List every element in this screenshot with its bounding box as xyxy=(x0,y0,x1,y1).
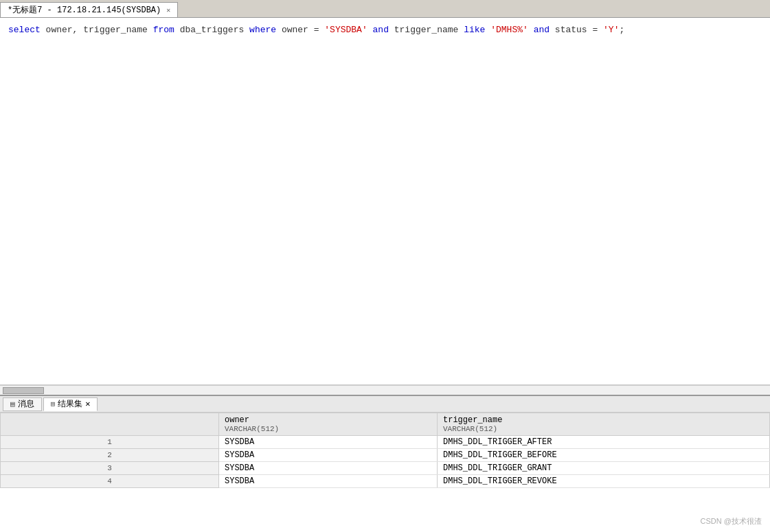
tab-resultset[interactable]: ⊞ 结果集 ✕ xyxy=(43,397,98,411)
table-row: 4SYSDBADMHS_DDL_TRIGGER_REVOKE xyxy=(1,475,770,488)
row-number: 2 xyxy=(1,449,219,462)
table-row: 1SYSDBADMHS_DDL_TRIGGER_AFTER xyxy=(1,436,770,449)
row-number: 4 xyxy=(1,475,219,488)
cell-owner: SYSDBA xyxy=(219,436,438,449)
resultset-close-icon[interactable]: ✕ xyxy=(85,399,90,409)
scrollbar-thumb[interactable] xyxy=(3,387,44,394)
cell-owner: SYSDBA xyxy=(219,449,438,462)
editor-tab-label: *无标题7 - 172.18.21.145(SYSDBA) xyxy=(8,4,161,16)
bottom-tab-bar: ▤ 消息 ⊞ 结果集 ✕ xyxy=(0,396,770,413)
tab-message-label: 消息 xyxy=(18,398,34,410)
cell-owner: SYSDBA xyxy=(219,462,438,475)
sql-editor[interactable]: select owner, trigger_name from dba_trig… xyxy=(0,18,770,385)
table-row: 3SYSDBADMHS_DDL_TRIGGER_GRANT xyxy=(1,462,770,475)
editor-tab[interactable]: *无标题7 - 172.18.21.145(SYSDBA) ✕ xyxy=(0,2,178,17)
tab-resultset-label: 结果集 xyxy=(58,398,82,410)
watermark: CSDN @技术很渣 xyxy=(701,516,762,527)
row-number: 1 xyxy=(1,436,219,449)
result-table: owner VARCHAR(512) trigger_name VARCHAR(… xyxy=(0,413,770,488)
row-number: 3 xyxy=(1,462,219,475)
col-trigger-header: trigger_name VARCHAR(512) xyxy=(438,413,770,436)
cell-trigger-name: DMHS_DDL_TRIGGER_AFTER xyxy=(438,436,770,449)
table-row: 2SYSDBADMHS_DDL_TRIGGER_BEFORE xyxy=(1,449,770,462)
close-icon[interactable]: ✕ xyxy=(166,6,170,14)
col-owner-header: owner VARCHAR(512) xyxy=(219,413,438,436)
table-icon: ⊞ xyxy=(51,400,56,408)
main-window: *无标题7 - 172.18.21.145(SYSDBA) ✕ select o… xyxy=(0,0,770,532)
tab-bar: *无标题7 - 172.18.21.145(SYSDBA) ✕ xyxy=(0,0,770,18)
col-owner-type: VARCHAR(512) xyxy=(225,425,431,433)
col-owner-name: owner xyxy=(225,415,431,425)
col-trigger-name: trigger_name xyxy=(443,415,764,425)
cell-trigger-name: DMHS_DDL_TRIGGER_GRANT xyxy=(438,462,770,475)
row-num-header xyxy=(1,413,219,436)
result-table-container[interactable]: owner VARCHAR(512) trigger_name VARCHAR(… xyxy=(0,413,770,532)
cell-trigger-name: DMHS_DDL_TRIGGER_REVOKE xyxy=(438,475,770,488)
table-header-row: owner VARCHAR(512) trigger_name VARCHAR(… xyxy=(1,413,770,436)
sql-line-1: select owner, trigger_name from dba_trig… xyxy=(8,23,762,37)
bottom-panel: ▤ 消息 ⊞ 结果集 ✕ owner VARCHAR(512) xyxy=(0,395,770,532)
cell-trigger-name: DMHS_DDL_TRIGGER_BEFORE xyxy=(438,449,770,462)
tab-message[interactable]: ▤ 消息 xyxy=(3,397,42,411)
editor-scrollbar[interactable] xyxy=(0,385,770,395)
message-icon: ▤ xyxy=(10,400,15,408)
cell-owner: SYSDBA xyxy=(219,475,438,488)
col-trigger-type: VARCHAR(512) xyxy=(443,425,764,433)
